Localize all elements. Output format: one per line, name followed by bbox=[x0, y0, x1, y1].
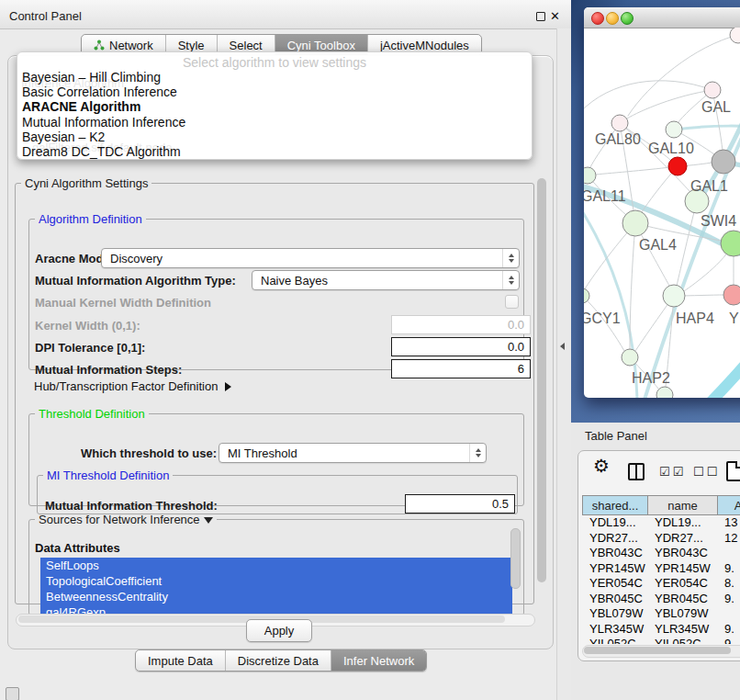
mi-threshold-field[interactable]: 0.5 bbox=[405, 494, 515, 514]
mi-type-label: Mutual Information Algorithm Type: bbox=[35, 274, 236, 288]
network-desktop: GALGAL80GAL10GAL1GAL11SWI4GAL4GCY1HAP4YH… bbox=[571, 0, 740, 423]
network-node bbox=[730, 28, 740, 43]
settings-vertical-scrollbar[interactable] bbox=[536, 176, 548, 612]
float-panel-icon[interactable] bbox=[536, 12, 545, 21]
network-node-label: GAL1 bbox=[690, 178, 728, 194]
expander-arrow-icon bbox=[225, 382, 231, 391]
tab-impute-data[interactable]: Impute Data bbox=[136, 650, 226, 671]
network-node bbox=[611, 115, 628, 131]
table-panel-section: Table Panel ⚙ ☑☑ ☐☐ shared... name A YDL… bbox=[571, 423, 740, 700]
mi-steps-field[interactable]: 6 bbox=[391, 359, 531, 378]
dropdown-item[interactable]: Bayesian – Hill Climbing bbox=[17, 70, 532, 85]
tab-discretize-data[interactable]: Discretize Data bbox=[226, 650, 331, 671]
table-row[interactable]: YDL19... YDL19... 13 bbox=[582, 515, 740, 531]
panel-splitter[interactable] bbox=[556, 28, 572, 700]
minimize-window-icon[interactable] bbox=[606, 12, 619, 25]
algorithm-definition-title: Algorithm Definition bbox=[35, 212, 146, 226]
dropdown-item[interactable]: Bayesian – K2 bbox=[17, 130, 532, 144]
column-header-shared-name[interactable]: shared... bbox=[582, 495, 648, 515]
column-header-a[interactable]: A bbox=[717, 495, 740, 515]
threshold-definition-group: Threshold Definition Which threshold to … bbox=[28, 407, 524, 506]
attribute-item[interactable]: TopologicalCoefficient bbox=[40, 573, 512, 589]
which-threshold-select[interactable]: MI Threshold bbox=[219, 443, 487, 463]
attribute-item[interactable]: BetweennessCentrality bbox=[40, 589, 512, 604]
close-icon[interactable]: ✕ bbox=[550, 9, 560, 23]
dropdown-item[interactable]: Basic Correlation Inference bbox=[17, 85, 532, 99]
table-row[interactable]: YBR043C YBR043C bbox=[582, 546, 740, 561]
dropdown-placeholder: Select algorithm to view settings bbox=[17, 55, 532, 70]
mi-threshold-label: Mutual Information Threshold: bbox=[45, 499, 218, 513]
table-row[interactable]: YER054C YER054C 8. bbox=[582, 576, 740, 592]
zoom-window-icon[interactable] bbox=[621, 12, 633, 25]
apply-button[interactable]: Apply bbox=[246, 619, 312, 642]
network-node-label: GAL11 bbox=[584, 188, 626, 204]
dropdown-item[interactable]: Dream8 DC_TDC Algorithm bbox=[17, 144, 532, 159]
data-attributes-list[interactable]: SelfLoopsTopologicalCoefficientBetweenne… bbox=[40, 558, 512, 622]
table-row[interactable]: YBL079W YBL079W bbox=[582, 606, 740, 622]
table-horizontal-scrollbar[interactable] bbox=[582, 645, 740, 658]
network-edge bbox=[596, 166, 678, 175]
network-node bbox=[622, 349, 638, 366]
network-node bbox=[584, 288, 589, 303]
table-row[interactable]: YDR27... YDR27... 12 bbox=[582, 531, 740, 547]
stepper-arrows-icon bbox=[502, 271, 519, 289]
network-node-label: SWI4 bbox=[701, 213, 736, 229]
table-row[interactable]: YPR145W YPR145W 9. bbox=[582, 561, 740, 577]
network-node bbox=[723, 285, 740, 305]
dpi-tolerance-label: DPI Tolerance [0,1]: bbox=[35, 341, 145, 355]
table-row[interactable]: YIL052C YIL052C 9. bbox=[582, 637, 740, 644]
network-node-label: Y bbox=[729, 310, 739, 326]
network-node-label: GAL4 bbox=[639, 237, 677, 253]
unchecked-boxes-icon[interactable]: ☐☐ bbox=[693, 465, 720, 479]
dpi-tolerance-field[interactable]: 0.0 bbox=[391, 337, 531, 356]
table-row[interactable]: YLR345W YLR345W 9. bbox=[582, 622, 740, 638]
network-view-window[interactable]: GALGAL80GAL10GAL1GAL11SWI4GAL4GCY1HAP4YH… bbox=[584, 7, 740, 398]
network-node-label: HAP2 bbox=[632, 370, 670, 386]
bottom-tab-bar: Impute Data Discretize Data Infer Networ… bbox=[135, 649, 427, 672]
close-window-icon[interactable] bbox=[591, 12, 604, 25]
splitter-collapse-arrow-icon[interactable] bbox=[560, 343, 565, 350]
algorithm-dropdown: Select algorithm to view settings Infere… bbox=[17, 51, 533, 160]
table-row[interactable]: YBR045C YBR045C 9. bbox=[582, 592, 740, 607]
control-panel-titlebar: Control Panel ✕ bbox=[0, 0, 571, 29]
network-node-label: HAP4 bbox=[676, 310, 714, 326]
control-panel: Control Panel ✕ Network Style Select Cyn… bbox=[0, 0, 571, 700]
tab-infer-network[interactable]: Infer Network bbox=[331, 650, 426, 671]
manual-kernel-checkbox[interactable] bbox=[505, 295, 519, 309]
attribute-item[interactable]: SelfLoops bbox=[40, 558, 512, 573]
stepper-arrows-icon bbox=[469, 444, 486, 462]
panel-title: Control Panel bbox=[9, 9, 82, 23]
network-svg[interactable]: GALGAL80GAL10GAL1GAL11SWI4GAL4GCY1HAP4YH… bbox=[584, 28, 740, 398]
table-panel: ⚙ ☑☑ ☐☐ shared... name A YDL19... YDL19.… bbox=[577, 450, 740, 661]
mi-algorithm-type-select[interactable]: Naive Bayes bbox=[252, 270, 520, 290]
attribute-list-scrollbar[interactable] bbox=[510, 528, 521, 589]
gear-icon[interactable]: ⚙ bbox=[593, 455, 610, 477]
kernel-width-field[interactable]: 0.0 bbox=[391, 315, 531, 334]
panel-grip-icon[interactable] bbox=[6, 687, 19, 700]
mi-steps-label: Mutual Information Steps: bbox=[35, 363, 182, 377]
network-node bbox=[704, 82, 721, 98]
network-window-titlebar[interactable] bbox=[584, 7, 740, 28]
dropdown-item-list: Bayesian – Hill ClimbingBasic Correlatio… bbox=[17, 70, 532, 159]
checked-boxes-icon[interactable]: ☑☑ bbox=[659, 465, 686, 479]
network-edge bbox=[584, 207, 637, 398]
hub-definition-expander[interactable]: Hub/Transcription Factor Definition bbox=[34, 379, 231, 393]
manual-kernel-label: Manual Kernel Width Definition bbox=[35, 296, 211, 310]
document-icon[interactable] bbox=[726, 461, 740, 481]
column-header-name[interactable]: name bbox=[647, 495, 718, 515]
table-rows: YDL19... YDL19... 13 YDR27... YDR27... 1… bbox=[582, 515, 740, 644]
network-node bbox=[663, 285, 685, 307]
stepper-arrows-icon bbox=[502, 249, 519, 267]
group-title: Cyni Algorithm Settings bbox=[21, 176, 151, 190]
network-edge bbox=[674, 126, 740, 130]
network-node bbox=[666, 121, 682, 138]
sources-title[interactable]: Sources for Network Inference bbox=[35, 513, 217, 526]
table-panel-title: Table Panel bbox=[585, 429, 647, 443]
dropdown-item[interactable]: ARACNE Algorithm bbox=[17, 99, 532, 114]
algorithm-definition-group: Algorithm Definition Aracne Mode: Discov… bbox=[28, 212, 524, 370]
columns-icon[interactable] bbox=[628, 463, 645, 480]
network-edge bbox=[627, 90, 712, 119]
threshold-definition-title: Threshold Definition bbox=[35, 407, 149, 421]
dropdown-item[interactable]: Mutual Information Inference bbox=[17, 115, 532, 130]
aracne-mode-select[interactable]: Discovery bbox=[101, 248, 520, 268]
